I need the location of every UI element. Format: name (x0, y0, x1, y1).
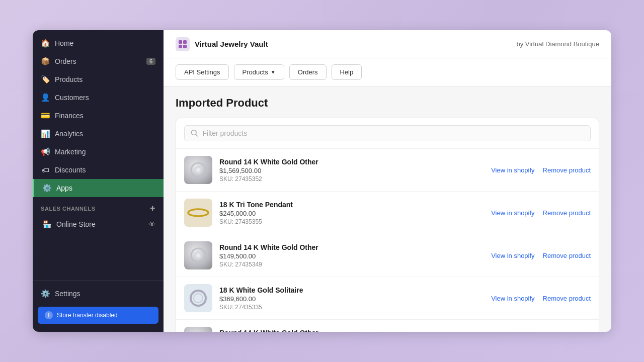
eye-icon[interactable]: 👁 (148, 220, 155, 228)
product-thumbnail (184, 327, 212, 332)
app-icon (176, 37, 190, 51)
product-name: 18 K Tri Tone Pendant (219, 201, 484, 209)
analytics-icon: 📊 (41, 129, 50, 138)
sidebar-item-customers[interactable]: 👤 Customers (33, 88, 164, 107)
tab-products-label: Products (243, 68, 268, 76)
sidebar-bottom: ⚙️ Settings i Store transfer disabled (33, 280, 164, 332)
sidebar: 🏠 Home📦 Orders6🏷️ Products👤 Customers💳 F… (33, 30, 164, 332)
sidebar-item-apps[interactable]: ⚙️ Apps (33, 179, 164, 197)
sidebar-item-label-discounts: Discounts (55, 166, 86, 174)
sidebar-item-discounts[interactable]: 🏷 Discounts (33, 161, 164, 179)
tab-orders[interactable]: Orders (289, 64, 327, 80)
remove-product-link[interactable]: Remove product (543, 295, 591, 302)
sidebar-item-label-finances: Finances (55, 112, 84, 120)
sales-channels-section: SALES CHANNELS + (33, 197, 164, 216)
view-in-shopify-link[interactable]: View in shopify (491, 166, 534, 174)
search-input[interactable] (203, 129, 584, 137)
sidebar-item-label-customers: Customers (55, 94, 89, 102)
product-thumbnail (184, 241, 212, 269)
product-price: $245,000.00 (219, 210, 484, 217)
dropdown-arrow-icon: ▼ (271, 69, 276, 75)
page-title: Imported Product (176, 97, 599, 110)
sidebar-item-label-home: Home (55, 39, 73, 47)
product-info: 18 K Tri Tone Pendant $245,000.00 SKU: 2… (219, 201, 484, 225)
app-title: Virtual Jewelry Vault (195, 40, 268, 48)
view-in-shopify-link[interactable]: View in shopify (491, 252, 534, 259)
product-thumbnail (184, 199, 212, 227)
svg-point-14 (194, 294, 203, 303)
tab-products[interactable]: Products ▼ (234, 64, 284, 80)
product-actions: View in shopify Remove product (491, 295, 591, 302)
top-bar-left: Virtual Jewelry Vault (176, 37, 268, 51)
tab-help-label: Help (340, 68, 354, 76)
store-icon: 🏪 (43, 220, 51, 228)
product-info: Round 14 K White Gold Other $119,500.00 … (219, 329, 484, 332)
sidebar-item-analytics[interactable]: 📊 Analytics (33, 125, 164, 143)
remove-product-link[interactable]: Remove product (543, 209, 591, 217)
apps-icon: ⚙️ (42, 184, 51, 193)
store-transfer-banner[interactable]: i Store transfer disabled (38, 307, 158, 324)
table-row: 18 K Tri Tone Pendant $245,000.00 SKU: 2… (176, 192, 599, 234)
tab-api-settings[interactable]: API Settings (176, 64, 229, 80)
sidebar-item-label-apps: Apps (56, 184, 72, 192)
tab-help[interactable]: Help (332, 64, 362, 80)
by-text: by Virtual Diamond Boutique (516, 40, 599, 48)
svg-point-9 (188, 209, 208, 216)
search-input-wrap (184, 125, 591, 141)
product-price: $149,500.00 (219, 252, 484, 260)
sidebar-item-marketing[interactable]: 📢 Marketing (33, 143, 164, 161)
svg-point-8 (196, 168, 200, 172)
remove-product-link[interactable]: Remove product (543, 166, 591, 174)
view-in-shopify-link[interactable]: View in shopify (491, 295, 534, 302)
products-panel: Round 14 K White Gold Other $1,569,500.0… (176, 118, 599, 332)
products-list: Round 14 K White Gold Other $1,569,500.0… (176, 149, 599, 332)
page-content: Imported Product Round 14 K White Gold O… (164, 86, 611, 332)
remove-product-link[interactable]: Remove product (543, 252, 591, 259)
badge-orders: 6 (146, 58, 155, 65)
product-price: $1,569,500.00 (219, 167, 484, 174)
product-info: 18 K White Gold Solitaire $369,600.00 SK… (219, 286, 484, 311)
discounts-icon: 🏷 (41, 165, 50, 174)
view-in-shopify-link[interactable]: View in shopify (491, 209, 534, 217)
svg-rect-1 (183, 40, 187, 44)
tab-orders-label: Orders (298, 68, 318, 76)
product-sku: SKU: 27435349 (219, 261, 484, 268)
sidebar-item-home[interactable]: 🏠 Home (33, 34, 164, 52)
product-actions: View in shopify Remove product (491, 209, 591, 217)
product-actions: View in shopify Remove product (491, 252, 591, 259)
finances-icon: 💳 (41, 111, 50, 120)
home-icon: 🏠 (41, 39, 50, 48)
sidebar-item-orders[interactable]: 📦 Orders6 (33, 52, 164, 70)
product-info: Round 14 K White Gold Other $1,569,500.0… (219, 158, 484, 183)
sales-channels-label: SALES CHANNELS (41, 206, 96, 212)
store-transfer-label: Store transfer disabled (57, 312, 118, 319)
main-content: Virtual Jewelry Vault by Virtual Diamond… (164, 30, 611, 332)
sidebar-nav: 🏠 Home📦 Orders6🏷️ Products👤 Customers💳 F… (33, 30, 164, 280)
sidebar-item-products[interactable]: 🏷️ Products (33, 70, 164, 88)
online-store-label: Online Store (56, 220, 96, 228)
settings-label: Settings (55, 290, 80, 298)
product-price: $369,600.00 (219, 295, 484, 303)
sidebar-item-label-orders: Orders (55, 57, 76, 65)
svg-rect-3 (183, 45, 187, 48)
tab-api-settings-label: API Settings (184, 68, 220, 76)
product-name: 18 K White Gold Solitaire (219, 286, 484, 294)
table-row: Round 14 K White Gold Other $119,500.00 … (176, 320, 599, 332)
product-name: Round 14 K White Gold Other (219, 158, 484, 166)
svg-rect-0 (179, 40, 182, 44)
table-row: Round 14 K White Gold Other $149,500.00 … (176, 234, 599, 277)
product-thumbnail (184, 284, 212, 312)
sidebar-item-settings[interactable]: ⚙️ Settings (33, 285, 164, 303)
svg-line-5 (196, 134, 197, 136)
sidebar-item-online-store[interactable]: 🏪 Online Store 👁 (33, 216, 164, 233)
table-row: 18 K White Gold Solitaire $369,600.00 SK… (176, 277, 599, 320)
svg-rect-2 (179, 45, 182, 48)
marketing-icon: 📢 (41, 147, 50, 156)
sidebar-item-finances[interactable]: 💳 Finances (33, 107, 164, 125)
app-container: 🏠 Home📦 Orders6🏷️ Products👤 Customers💳 F… (33, 30, 611, 332)
search-icon (191, 129, 199, 137)
product-name: Round 14 K White Gold Other (219, 243, 484, 251)
product-info: Round 14 K White Gold Other $149,500.00 … (219, 243, 484, 268)
sidebar-item-label-marketing: Marketing (55, 148, 86, 156)
add-sales-channel-button[interactable]: + (150, 203, 155, 214)
